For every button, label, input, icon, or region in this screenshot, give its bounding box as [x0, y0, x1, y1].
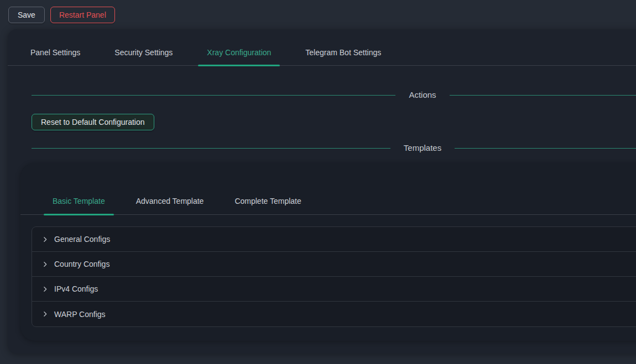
tab-advanced-template[interactable]: Advanced Template [127, 195, 213, 214]
tab-security-settings[interactable]: Security Settings [106, 29, 181, 65]
chevron-right-icon [41, 261, 49, 268]
top-toolbar: Save Restart Panel [0, 0, 636, 23]
configs-collapse: General Configs Country Configs IPv4 Con… [32, 226, 636, 327]
tab-complete-template[interactable]: Complete Template [226, 195, 310, 214]
collapse-country-configs[interactable]: Country Configs [32, 252, 636, 277]
collapse-header-label: Country Configs [54, 258, 110, 270]
collapse-general-configs[interactable]: General Configs [32, 227, 636, 252]
divider-line [32, 148, 390, 149]
xray-configuration-panel: Actions Reset to Default Configuration T… [8, 89, 636, 341]
collapse-warp-configs[interactable]: WARP Configs [32, 302, 636, 326]
tab-xray-configuration[interactable]: Xray Configuration [198, 29, 280, 65]
templates-divider: Templates [32, 142, 636, 154]
actions-divider-label: Actions [409, 89, 436, 101]
divider-line [450, 95, 636, 96]
save-button[interactable]: Save [8, 7, 45, 23]
chevron-right-icon [41, 236, 49, 243]
chevron-right-icon [41, 310, 49, 318]
templates-card: Basic Template Advanced Template Complet… [20, 163, 636, 341]
templates-divider-label: Templates [404, 142, 441, 154]
collapse-header-label: IPv4 Configs [54, 283, 98, 295]
template-tab-bar: Basic Template Advanced Template Complet… [20, 163, 636, 215]
reset-default-configuration-button[interactable]: Reset to Default Configuration [32, 114, 154, 130]
divider-line [455, 148, 636, 149]
settings-tab-bar: Panel Settings Security Settings Xray Co… [8, 29, 636, 66]
settings-card: Panel Settings Security Settings Xray Co… [8, 29, 636, 354]
collapse-header-label: WARP Configs [54, 308, 106, 320]
tab-basic-template[interactable]: Basic Template [44, 195, 114, 214]
tab-panel-settings[interactable]: Panel Settings [22, 29, 89, 65]
collapse-header-label: General Configs [54, 233, 110, 245]
chevron-right-icon [41, 286, 49, 293]
divider-line [32, 95, 395, 96]
collapse-ipv4-configs[interactable]: IPv4 Configs [32, 277, 636, 302]
tab-telegram-bot-settings[interactable]: Telegram Bot Settings [296, 29, 390, 65]
actions-divider: Actions [32, 89, 636, 101]
restart-panel-button[interactable]: Restart Panel [50, 7, 115, 23]
